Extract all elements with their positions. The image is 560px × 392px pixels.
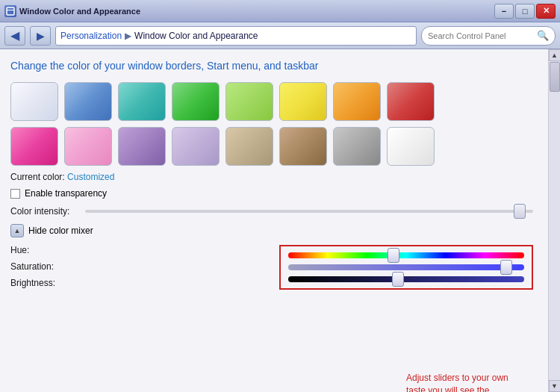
intensity-slider-thumb[interactable] [514, 204, 526, 219]
swatch-brown[interactable] [279, 127, 327, 166]
saturation-slider-thumb[interactable] [500, 260, 512, 275]
breadcrumb-arrow: ▶ [125, 31, 131, 41]
back-button[interactable]: ◀ [4, 26, 25, 46]
current-color-value: Customized [67, 172, 114, 182]
breadcrumb-root[interactable]: Personalization [60, 31, 122, 41]
chevron-up-icon[interactable]: ▲ [10, 224, 24, 237]
brightness-slider-thumb[interactable] [392, 272, 404, 287]
search-icon: 🔍 [537, 30, 549, 41]
mixer-sliders-area [279, 245, 533, 290]
brightness-slider-row [288, 276, 524, 282]
saturation-label: Saturation: [10, 261, 61, 272]
breadcrumb: Personalization ▶ Window Color and Appea… [55, 26, 417, 46]
maximize-button[interactable]: □ [515, 4, 535, 19]
swatch-light-purple[interactable] [172, 127, 220, 166]
mixer-labels-col: Hue: Saturation: Brightness: [10, 245, 228, 290]
svg-rect-0 [7, 7, 14, 15]
saturation-row: Saturation: [10, 261, 228, 272]
hue-row: Hue: [10, 245, 228, 255]
address-bar: ◀ ▶ Personalization ▶ Window Color and A… [0, 22, 560, 49]
scrollbar[interactable]: ▲ ▼ [548, 49, 560, 392]
swatch-white[interactable] [10, 82, 58, 121]
hue-slider-track [288, 252, 524, 258]
swatch-yellow[interactable] [279, 82, 327, 121]
swatch-light-green[interactable] [225, 82, 273, 121]
swatch-purple[interactable] [118, 127, 166, 166]
transparency-checkbox[interactable] [10, 189, 20, 199]
intensity-row: Color intensity: [10, 206, 533, 217]
search-box: 🔍 [421, 26, 556, 46]
swatch-gray[interactable] [333, 127, 381, 166]
page-title: Change the color of your window borders,… [10, 60, 533, 72]
current-color-row: Current color: Customized [10, 172, 533, 182]
forward-button[interactable]: ▶ [30, 26, 51, 46]
brightness-label: Brightness: [10, 278, 61, 288]
swatch-tan[interactable] [225, 127, 273, 166]
content-inner: Change the color of your window borders,… [0, 49, 548, 392]
search-input[interactable] [428, 31, 534, 40]
swatch-green[interactable] [172, 82, 220, 121]
breadcrumb-current: Window Color and Appearance [134, 31, 258, 41]
swatch-teal[interactable] [118, 82, 166, 121]
swatch-orange[interactable] [333, 82, 381, 121]
hide-mixer-row[interactable]: ▲ Hide color mixer [10, 224, 533, 237]
transparency-label: Enable transparency [25, 188, 107, 199]
brightness-row: Brightness: [10, 278, 228, 288]
minimize-button[interactable]: − [494, 4, 514, 19]
swatch-blue[interactable] [64, 82, 112, 121]
title-bar-left: Window Color and Appearance [4, 5, 140, 17]
saturation-slider-track [288, 264, 524, 270]
scroll-down-arrow[interactable]: ▼ [549, 380, 561, 392]
title-bar: Window Color and Appearance − □ ✕ [0, 0, 560, 22]
hue-slider-thumb[interactable] [388, 248, 399, 263]
swatch-light-pink[interactable] [64, 127, 112, 166]
scroll-track [549, 61, 560, 380]
swatches-row-1 [10, 82, 533, 121]
main-content: Change the color of your window borders,… [0, 49, 560, 392]
brightness-slider-track [288, 276, 524, 282]
hue-label: Hue: [10, 245, 61, 255]
scroll-thumb[interactable] [550, 62, 560, 92]
close-button[interactable]: ✕ [536, 4, 556, 19]
window-icon [4, 5, 16, 17]
hide-mixer-label: Hide color mixer [28, 225, 93, 236]
mixer-section: Hue: Saturation: Brightness: [10, 245, 533, 290]
swatch-red[interactable] [387, 82, 435, 121]
swatches-row-2 [10, 127, 533, 166]
swatch-white-2[interactable] [387, 127, 435, 166]
intensity-slider-track [85, 210, 533, 213]
hue-slider-row [288, 252, 524, 258]
title-bar-controls: − □ ✕ [494, 4, 556, 19]
saturation-slider-row [288, 264, 524, 270]
current-color-label: Current color: [10, 172, 65, 182]
annotation-text: Adjust sliders to your own taste you wil… [406, 372, 511, 392]
intensity-label: Color intensity: [10, 206, 78, 217]
title-bar-text: Window Color and Appearance [19, 7, 140, 16]
scroll-up-arrow[interactable]: ▲ [549, 49, 561, 61]
transparency-row: Enable transparency [10, 188, 533, 199]
swatch-pink[interactable] [10, 127, 58, 166]
svg-rect-1 [7, 10, 14, 10]
